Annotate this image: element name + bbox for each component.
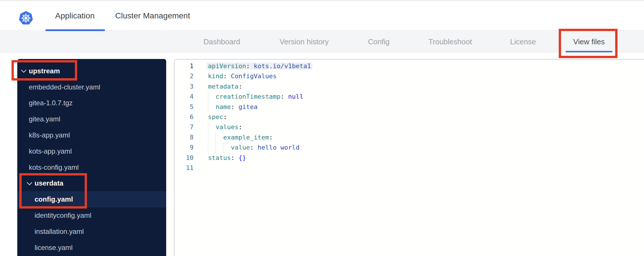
tree-file-gitea-1-0-7-tgz[interactable]: gitea-1.0.7.tgz bbox=[17, 95, 166, 111]
line-number: 6 bbox=[175, 112, 194, 122]
code-line-content: kind: ConfigValues bbox=[194, 71, 276, 81]
tree-item-label: installation.yaml bbox=[17, 228, 84, 236]
tree-folder-upstream[interactable]: upstream bbox=[17, 63, 166, 79]
tree-item-label: license.yaml bbox=[17, 244, 73, 252]
tree-item-label: gitea.yaml bbox=[17, 115, 60, 123]
code-line: 3metadata: bbox=[175, 81, 644, 91]
code-line-content: example_item: bbox=[194, 132, 273, 142]
tree-file-embedded-cluster-yaml[interactable]: embedded-cluster.yaml bbox=[17, 79, 166, 95]
code-line: 7 values: bbox=[175, 122, 644, 132]
code-line: 9 value: hello world bbox=[175, 142, 644, 152]
indent-guide bbox=[215, 142, 216, 152]
tree-item-label: embedded-cluster.yaml bbox=[17, 83, 100, 91]
tree-item-label: config.yaml bbox=[17, 195, 73, 203]
indent-guide bbox=[208, 142, 208, 152]
tree-item-label: identityconfig.yaml bbox=[17, 211, 91, 219]
code-line-content: status: {} bbox=[194, 153, 246, 163]
tree-item-label: kots-config.yaml bbox=[17, 163, 79, 171]
nav-tab-troubleshoot[interactable]: Troubleshoot bbox=[429, 31, 472, 52]
line-number: 4 bbox=[175, 91, 194, 102]
line-number: 10 bbox=[175, 153, 194, 163]
nav-tab-dashboard[interactable]: Dashboard bbox=[203, 31, 240, 52]
line-number: 2 bbox=[175, 71, 194, 81]
indent-guide bbox=[208, 91, 208, 102]
tree-file-license-yaml[interactable]: license.yaml bbox=[17, 240, 166, 256]
tree-file-kots-config-yaml[interactable]: kots-config.yaml bbox=[17, 159, 166, 175]
indent-guide bbox=[208, 122, 208, 132]
app-header: ApplicationCluster Management bbox=[0, 0, 644, 31]
indent-guide bbox=[208, 132, 208, 142]
tree-item-label: gitea-1.0.7.tgz bbox=[17, 99, 73, 107]
line-number: 8 bbox=[175, 132, 194, 142]
code-line: 10status: {} bbox=[175, 153, 644, 163]
code-line-content: value: hello world bbox=[194, 142, 300, 152]
indent-guide bbox=[208, 102, 208, 112]
indent-guide bbox=[215, 132, 216, 142]
tree-file-k8s-app-yaml[interactable]: k8s-app.yaml bbox=[17, 127, 166, 143]
line-number: 11 bbox=[175, 163, 194, 173]
code-line: 1apiVersion: kots.io/v1beta1 bbox=[175, 61, 644, 71]
file-viewer[interactable]: 1apiVersion: kots.io/v1beta12kind: Confi… bbox=[174, 59, 644, 256]
file-tree: upstreamembedded-cluster.yamlgitea-1.0.7… bbox=[17, 59, 166, 256]
line-number: 9 bbox=[175, 142, 194, 152]
tab-cluster-management[interactable]: Cluster Management bbox=[115, 1, 190, 31]
code-line-content: creationTimestamp: null bbox=[194, 91, 303, 102]
indent-guide bbox=[223, 142, 223, 152]
code-line-content: apiVersion: kots.io/v1beta1 bbox=[194, 61, 311, 71]
code-line: 6spec: bbox=[175, 112, 644, 122]
code-line: 8 example_item: bbox=[175, 132, 644, 142]
tree-file-identityconfig-yaml[interactable]: identityconfig.yaml bbox=[17, 207, 166, 223]
tree-folder-userdata[interactable]: userdata bbox=[17, 175, 166, 192]
tree-item-label: k8s-app.yaml bbox=[17, 131, 70, 139]
code-line: 4 creationTimestamp: null bbox=[175, 91, 644, 102]
code-line: 2kind: ConfigValues bbox=[175, 71, 644, 81]
nav-tab-version-history[interactable]: Version history bbox=[280, 31, 329, 52]
view-files-tab-underline bbox=[566, 51, 612, 52]
code-line-content: values: bbox=[194, 122, 242, 132]
tree-file-config-yaml[interactable]: config.yaml bbox=[17, 191, 166, 207]
line-number: 5 bbox=[175, 102, 194, 112]
code-line: 11 bbox=[175, 163, 644, 173]
nav-tab-config[interactable]: Config bbox=[368, 31, 389, 52]
nav-tab-view-files[interactable]: View files bbox=[573, 31, 605, 52]
code-line-content: metadata: bbox=[194, 81, 242, 91]
kots-admin-console: ApplicationCluster Management DashboardV… bbox=[0, 0, 644, 256]
tree-item-label: userdata bbox=[17, 179, 63, 187]
kubernetes-logo-icon bbox=[18, 11, 33, 26]
nav-tab-license[interactable]: License bbox=[510, 31, 536, 52]
line-number: 3 bbox=[175, 81, 194, 91]
line-number: 1 bbox=[175, 61, 194, 71]
app-nav: DashboardVersion historyConfigTroublesho… bbox=[0, 31, 644, 52]
code-line: 5 name: gitea bbox=[175, 102, 644, 112]
tree-item-label: kots-app.yaml bbox=[17, 147, 72, 155]
tree-file-gitea-yaml[interactable]: gitea.yaml bbox=[17, 111, 166, 127]
code-line-content: spec: bbox=[194, 112, 227, 122]
code-line-content bbox=[194, 163, 208, 173]
tree-file-kots-app-yaml[interactable]: kots-app.yaml bbox=[17, 143, 166, 159]
code-line-content: name: gitea bbox=[194, 102, 257, 112]
tree-file-installation-yaml[interactable]: installation.yaml bbox=[17, 223, 166, 240]
line-number: 7 bbox=[175, 122, 194, 132]
tab-application[interactable]: Application bbox=[55, 1, 95, 31]
